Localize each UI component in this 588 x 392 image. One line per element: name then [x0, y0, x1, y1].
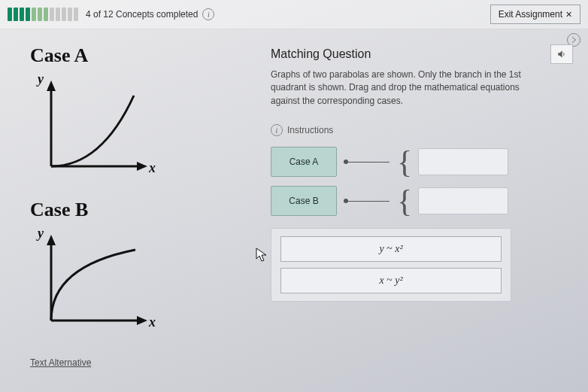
- case-a-chip: Case A: [271, 147, 337, 177]
- connector-line: [344, 201, 389, 202]
- info-icon: i: [271, 124, 283, 136]
- svg-marker-3: [137, 162, 147, 171]
- drop-target-a[interactable]: [418, 148, 508, 175]
- question-description: Graphs of two parabolas are shown. Only …: [271, 68, 541, 108]
- instructions-label: Instructions: [287, 125, 333, 135]
- exit-assignment-button[interactable]: Exit Assignment ✕: [490, 5, 580, 24]
- connector-line: [344, 162, 389, 163]
- drop-target-b[interactable]: [418, 187, 508, 214]
- axis-x-label: x: [148, 160, 156, 175]
- match-row-a: Case A {: [271, 147, 573, 177]
- option-x-y2[interactable]: x ~ y²: [280, 268, 502, 293]
- axis-y-label: y: [36, 226, 44, 241]
- progress-text: 4 of 12 Concepts completed: [86, 9, 198, 20]
- info-icon[interactable]: i: [202, 8, 214, 20]
- exit-label: Exit Assignment: [499, 9, 562, 20]
- case-a-graph: y x: [30, 70, 241, 185]
- case-a-title: Case A: [30, 44, 241, 67]
- svg-marker-5: [47, 235, 56, 245]
- svg-marker-7: [137, 316, 147, 325]
- text-alternative-link[interactable]: Text Alternative: [30, 357, 91, 368]
- graphs-panel: Case A y x Case B y: [30, 37, 241, 368]
- audio-button[interactable]: [550, 44, 573, 64]
- close-icon: ✕: [565, 10, 572, 20]
- axis-x-label: x: [148, 315, 156, 330]
- svg-marker-1: [47, 81, 56, 91]
- match-row-b: Case B {: [271, 186, 573, 216]
- case-b-title: Case B: [30, 199, 241, 221]
- question-panel: Matching Question Graphs of two parabola…: [271, 37, 573, 368]
- options-tray: y ~ x² x ~ y²: [271, 228, 511, 302]
- main-content: Case A y x Case B y: [0, 29, 588, 368]
- axis-y-label: y: [36, 71, 44, 87]
- case-b-graph: y x: [30, 224, 241, 339]
- speaker-icon: [556, 49, 567, 59]
- brace-icon: {: [397, 153, 412, 172]
- case-b-chip: Case B: [271, 186, 337, 216]
- option-y-x2[interactable]: y ~ x²: [280, 236, 502, 262]
- instructions-link[interactable]: i Instructions: [271, 124, 573, 136]
- progress-indicator: [8, 8, 78, 21]
- question-title: Matching Question: [271, 47, 573, 61]
- top-bar: 4 of 12 Concepts completed i Exit Assign…: [0, 0, 588, 29]
- cursor-icon: [256, 248, 268, 263]
- brace-icon: {: [397, 192, 412, 211]
